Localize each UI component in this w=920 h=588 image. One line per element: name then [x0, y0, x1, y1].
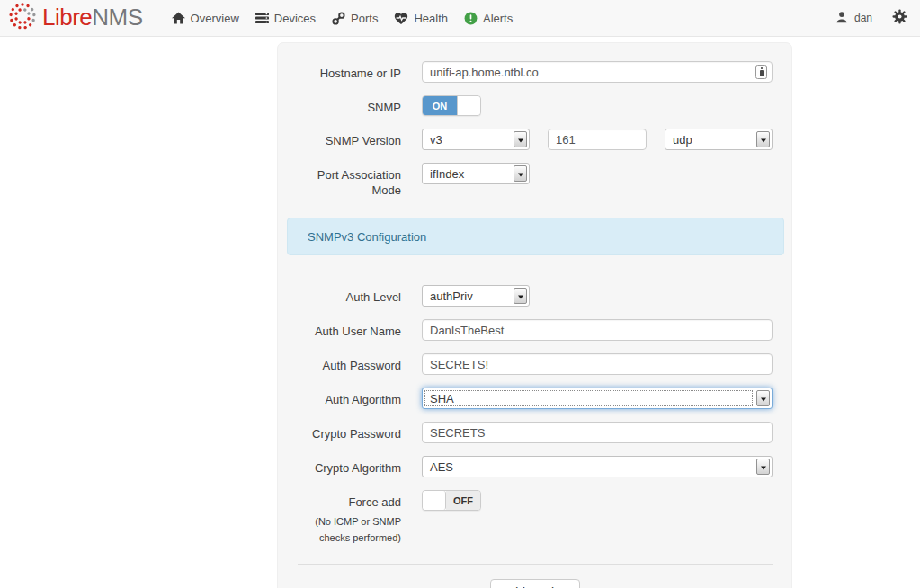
auth-level-select[interactable]: authPriv [422, 285, 530, 307]
nav-item-label: Devices [274, 12, 316, 25]
brand-nms-text: NMS [92, 4, 142, 31]
user-menu[interactable]: dan [835, 11, 872, 26]
brand-wordmark: LibreNMS [42, 5, 143, 31]
hostname-input[interactable] [422, 61, 773, 83]
auth-user-label: Auth User Name [298, 319, 401, 339]
port-association-label: Port Association Mode [298, 163, 401, 198]
server-icon [255, 12, 269, 24]
nav-item-label: Alerts [483, 12, 513, 25]
form-divider [298, 564, 773, 565]
settings-menu[interactable] [892, 9, 907, 28]
librenms-logo-icon [7, 1, 38, 35]
snmp-toggle[interactable]: ON [422, 95, 481, 116]
snmp-row: SNMP ON [298, 95, 773, 116]
snmp-transport-select[interactable]: udp [665, 129, 773, 150]
extension-autofill-icon[interactable] [755, 65, 767, 79]
snmpv3-configuration-heading: SNMPv3 Configuration [287, 218, 784, 255]
main-nav: Overview Devices [172, 12, 514, 25]
hostname-label: Hostname or IP [298, 61, 401, 81]
add-device-button[interactable]: Add Device [490, 579, 580, 588]
auth-algorithm-row: Auth Algorithm SHA [298, 388, 773, 409]
add-device-form-panel: Hostname or IP SNMP ON SNMP Version v3 u… [277, 42, 792, 588]
home-icon [172, 12, 185, 24]
auth-user-input[interactable] [422, 319, 773, 341]
nav-item-alerts[interactable]: Alerts [464, 12, 513, 25]
top-navbar: LibreNMS Overview [0, 0, 920, 37]
auth-level-value: authPriv [423, 290, 514, 303]
auth-algorithm-label: Auth Algorithm [298, 388, 401, 407]
crypto-password-row: Crypto Password [298, 422, 773, 443]
heartbeat-icon [394, 12, 408, 25]
auth-algorithm-value: SHA [423, 392, 756, 405]
snmpv3-heading-text: SNMPv3 Configuration [308, 230, 426, 244]
auth-level-row: Auth Level authPriv [298, 285, 773, 307]
auth-user-row: Auth User Name [298, 319, 773, 341]
crypto-algorithm-row: Crypto Algorithm AES [298, 456, 773, 477]
snmp-label: SNMP [298, 95, 401, 115]
nav-item-ports[interactable]: Ports [332, 12, 378, 25]
nav-item-label: Overview [191, 12, 239, 25]
force-add-toggle-knob [423, 491, 446, 510]
chevron-down-icon [514, 165, 527, 182]
nav-item-overview[interactable]: Overview [172, 12, 239, 25]
force-add-note: (No ICMP or SNMP checks performed) [298, 513, 401, 546]
crypto-password-input[interactable] [422, 422, 773, 443]
force-add-row: Force add (No ICMP or SNMP checks perfor… [298, 490, 773, 546]
port-association-select[interactable]: ifIndex [422, 163, 530, 184]
username-label: dan [854, 12, 872, 24]
snmp-toggle-knob [457, 96, 480, 115]
snmp-version-select[interactable]: v3 [422, 129, 530, 150]
ports-icon [332, 12, 345, 25]
auth-level-label: Auth Level [298, 285, 401, 305]
chevron-down-icon [756, 390, 770, 406]
snmp-version-row: SNMP Version v3 udp [298, 129, 773, 150]
crypto-algorithm-select[interactable]: AES [422, 456, 773, 477]
snmp-transport-value: udp [665, 133, 756, 147]
chevron-down-icon [514, 288, 527, 304]
crypto-algorithm-value: AES [423, 460, 756, 474]
snmp-version-label: SNMP Version [298, 129, 401, 148]
force-add-toggle[interactable]: OFF [422, 490, 481, 511]
chevron-down-icon [756, 131, 770, 147]
port-association-value: ifIndex [423, 167, 514, 181]
gear-icon [892, 12, 907, 27]
librenms-logo[interactable]: LibreNMS [7, 1, 143, 35]
chevron-down-icon [514, 131, 527, 147]
port-association-row: Port Association Mode ifIndex [298, 163, 773, 198]
alert-circle-icon [464, 12, 478, 25]
auth-password-row: Auth Password [298, 353, 773, 375]
force-add-toggle-off-label: OFF [446, 491, 480, 510]
snmp-version-value: v3 [423, 133, 514, 147]
navbar-right: dan [835, 9, 907, 28]
nav-item-health[interactable]: Health [394, 12, 448, 25]
nav-item-devices[interactable]: Devices [255, 12, 316, 25]
crypto-password-label: Crypto Password [298, 422, 401, 441]
nav-item-label: Health [414, 12, 448, 25]
submit-row: Add Device [298, 579, 773, 588]
snmp-toggle-on-label: ON [423, 96, 457, 115]
auth-algorithm-select[interactable]: SHA [422, 388, 773, 409]
auth-password-input[interactable] [422, 353, 773, 375]
snmp-port-input[interactable] [548, 129, 647, 150]
nav-item-label: Ports [351, 12, 378, 25]
crypto-algorithm-label: Crypto Algorithm [298, 456, 401, 476]
hostname-row: Hostname or IP [298, 61, 773, 83]
user-icon [835, 11, 848, 26]
force-add-label: Force add [298, 494, 401, 510]
force-add-label-block: Force add (No ICMP or SNMP checks perfor… [298, 490, 401, 546]
auth-password-label: Auth Password [298, 353, 401, 373]
chevron-down-icon [756, 459, 770, 475]
brand-libre-text: Libre [42, 4, 92, 31]
